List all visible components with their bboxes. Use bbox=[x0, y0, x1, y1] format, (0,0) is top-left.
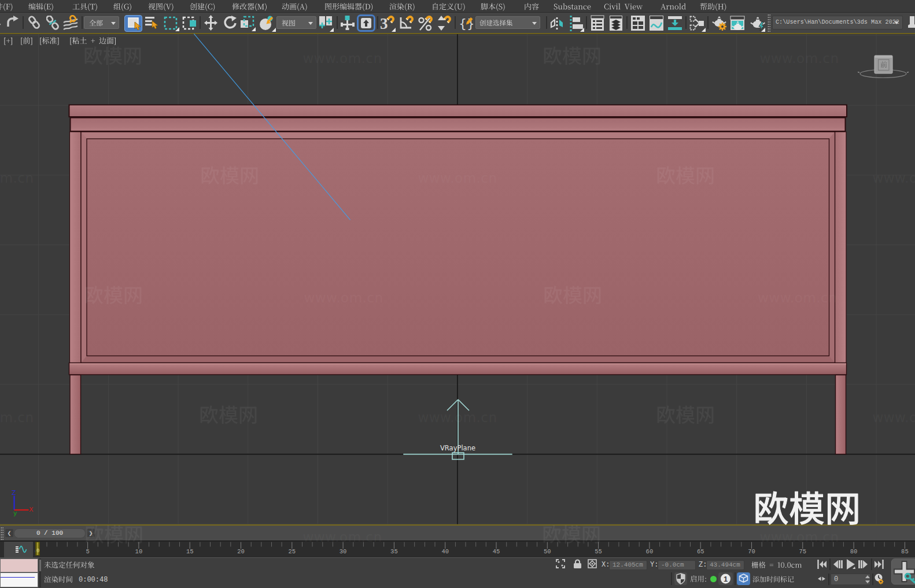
playback-divider bbox=[829, 559, 831, 570]
macro-recorder-pane[interactable] bbox=[1, 559, 38, 573]
go-to-end-icon bbox=[875, 559, 884, 570]
absolute-offset-mode-toggle[interactable] bbox=[588, 559, 597, 568]
absolute-offset-mode-icon bbox=[588, 559, 597, 568]
next-frame-icon bbox=[858, 559, 868, 570]
maxscript-mini-listener[interactable] bbox=[0, 559, 38, 587]
coordinate-y-field[interactable]: -0.0cm bbox=[658, 560, 696, 570]
playback-divider bbox=[871, 559, 872, 570]
go-to-end-button[interactable] bbox=[875, 559, 884, 570]
render-time-label bbox=[44, 575, 73, 585]
scene-security-button[interactable] bbox=[674, 572, 687, 585]
status-bar-content: 0:00:48 1 X: 12.405cm Y: -0.0cm Z: 43.49… bbox=[0, 0, 915, 588]
isolate-selection-icon bbox=[556, 559, 565, 568]
go-to-start-button[interactable] bbox=[817, 559, 827, 570]
scene-script-count-button[interactable]: 1 bbox=[718, 572, 733, 585]
security-enabled-label bbox=[690, 575, 707, 584]
statusbar-divider bbox=[828, 574, 829, 585]
isolate-selection-toggle[interactable] bbox=[556, 559, 565, 568]
coordinate-z-field[interactable]: 43.494cm bbox=[706, 560, 744, 570]
selection-lock-icon bbox=[573, 559, 582, 569]
time-configuration-button[interactable] bbox=[874, 573, 884, 585]
selection-lock-toggle[interactable] bbox=[573, 559, 582, 569]
statusbar-divider bbox=[671, 572, 672, 585]
play-animation-icon bbox=[845, 558, 855, 571]
key-mode-toggle-button[interactable] bbox=[818, 574, 825, 583]
current-frame-field[interactable]: 0 bbox=[831, 574, 870, 585]
listener-scrollbar[interactable] bbox=[39, 559, 42, 587]
grid-size-label bbox=[751, 561, 802, 570]
frame-icon bbox=[865, 575, 870, 583]
play-animation-button[interactable] bbox=[845, 558, 855, 571]
prompt-line bbox=[44, 561, 95, 570]
scrollbar-thumb bbox=[39, 560, 42, 571]
add-time-tag-button[interactable] bbox=[737, 572, 750, 585]
time-configuration-icon bbox=[874, 573, 884, 585]
3dsmax-window: 文件(F)编辑(E)工具(T)组(G)视图(V)创建(C)修改器(M)动画(A)… bbox=[0, 0, 915, 588]
previous-frame-button[interactable] bbox=[833, 559, 843, 570]
statusbar-divider bbox=[735, 572, 736, 585]
frame-field-spinner[interactable] bbox=[865, 575, 870, 583]
render-time-value: 0:00:48 bbox=[79, 576, 108, 584]
set-key-button[interactable] bbox=[891, 559, 915, 585]
listener-caret bbox=[1, 577, 35, 578]
add-time-tag-label bbox=[752, 575, 794, 584]
previous-frame-icon bbox=[833, 559, 843, 570]
next-frame-button[interactable] bbox=[858, 559, 868, 570]
go-to-start-icon bbox=[817, 559, 827, 570]
listener-pane[interactable] bbox=[1, 573, 38, 587]
key-mode-toggle-icon bbox=[818, 574, 825, 583]
coordinate-x-field[interactable]: 12.405cm bbox=[609, 560, 647, 570]
security-status-dot bbox=[710, 576, 717, 582]
statusbar-divider bbox=[872, 574, 873, 585]
scene-script-count-label: 1 bbox=[724, 575, 728, 583]
